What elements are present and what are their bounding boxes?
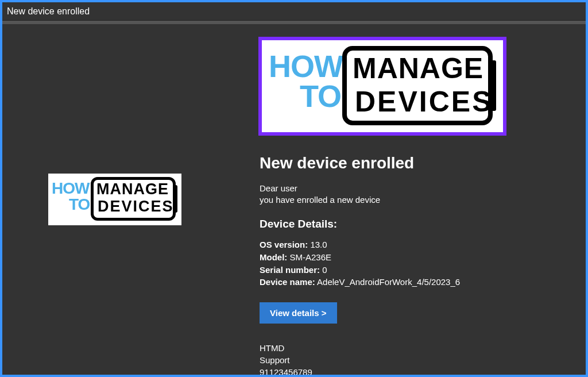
- detail-device-name: Device name: AdeleV_AndroidForWork_4/5/2…: [260, 276, 558, 288]
- greeting-line-2: you have enrolled a new device: [260, 194, 558, 206]
- branding-banner-logo-inner: HOW TO MANAGE DEVICES: [262, 40, 503, 132]
- footer-dept: Support: [260, 354, 558, 366]
- branding-side-logo-inner: HOW TO MANAGE DEVICES: [48, 174, 181, 225]
- detail-os-version-value: 13.0: [310, 240, 327, 249]
- window-title-bar: New device enrolled: [2, 2, 586, 21]
- notification-heading: New device enrolled: [260, 154, 558, 172]
- logo-text-devices: DEVICES: [355, 85, 493, 118]
- window-title: New device enrolled: [7, 6, 90, 17]
- detail-os-version: OS version: 13.0: [260, 238, 558, 251]
- greeting-line-1: Dear user: [260, 183, 558, 194]
- detail-model-label: Model:: [260, 252, 287, 262]
- detail-model-value: SM-A236E: [290, 252, 332, 262]
- footer-org: HTMD: [260, 342, 558, 354]
- branding-banner-logo: HOW TO MANAGE DEVICES: [258, 37, 506, 136]
- contact-footer: HTMD Support 91123456789 support@test.co…: [260, 342, 558, 375]
- logo-text-devices: DEVICES: [98, 198, 174, 216]
- view-details-button[interactable]: View details >: [260, 302, 337, 324]
- notification-body: HOW TO MANAGE DEVICES HOW TO MANAGE DEVI…: [2, 24, 586, 375]
- detail-model: Model: SM-A236E: [260, 251, 558, 264]
- logo-text-manage: MANAGE: [353, 52, 483, 85]
- detail-serial-value: 0: [322, 265, 327, 275]
- logo-text-manage: MANAGE: [96, 180, 169, 198]
- detail-serial: Serial number: 0: [260, 264, 558, 276]
- device-details-heading: Device Details:: [260, 218, 558, 230]
- footer-phone: 91123456789: [260, 366, 558, 375]
- detail-device-name-value: AdeleV_AndroidForWork_4/5/2023_6: [317, 277, 460, 287]
- notification-content: New device enrolled Dear user you have e…: [260, 154, 558, 375]
- preview-window: New device enrolled HOW TO MANAGE DEVICE…: [2, 2, 586, 375]
- detail-os-version-label: OS version:: [260, 240, 308, 249]
- branding-side-logo: HOW TO MANAGE DEVICES: [48, 174, 181, 225]
- detail-serial-label: Serial number:: [260, 265, 320, 275]
- logo-text-to: TO: [300, 78, 341, 114]
- logo-text-to: TO: [69, 195, 90, 214]
- detail-device-name-label: Device name:: [260, 277, 315, 287]
